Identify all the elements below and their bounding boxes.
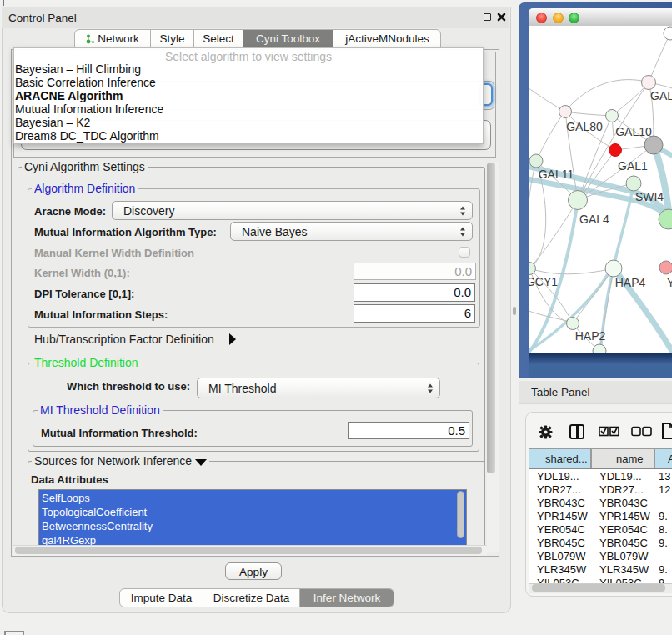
svg-text:GAL4: GAL4 xyxy=(579,212,609,226)
svg-text:SWI4: SWI4 xyxy=(635,190,664,203)
svg-text:GAL11: GAL11 xyxy=(539,168,574,181)
svg-text:HAP4: HAP4 xyxy=(615,276,646,289)
svg-text:HAP2: HAP2 xyxy=(575,329,606,342)
svg-text:Y: Y xyxy=(667,276,672,289)
svg-text:GAL: GAL xyxy=(650,89,672,102)
svg-text:GAL80: GAL80 xyxy=(566,120,603,133)
svg-text:GAL1: GAL1 xyxy=(618,159,648,172)
svg-text:GAL10: GAL10 xyxy=(615,125,652,138)
svg-text:GCY1: GCY1 xyxy=(529,275,558,288)
